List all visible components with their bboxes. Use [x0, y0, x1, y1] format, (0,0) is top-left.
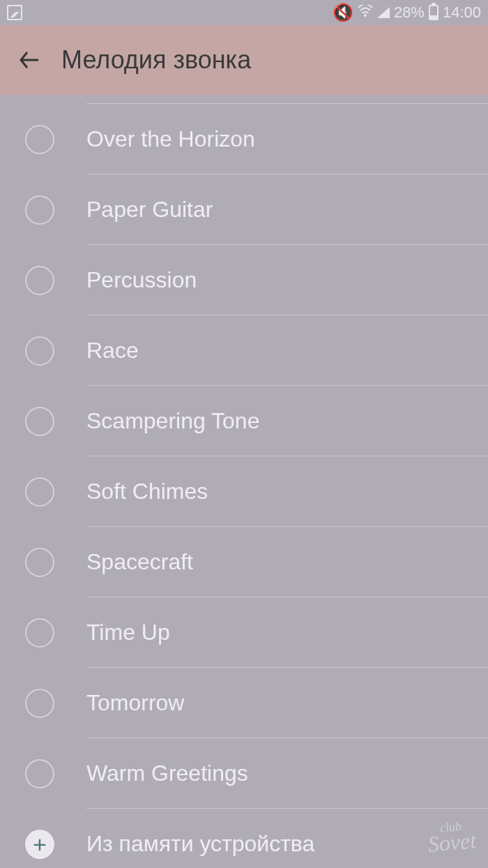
- ringtone-label: Race: [86, 338, 139, 364]
- add-from-device-item[interactable]: + Из памяти устройства: [0, 809, 488, 868]
- ringtone-label: Percussion: [86, 267, 197, 293]
- back-button[interactable]: [17, 47, 42, 73]
- ringtone-list: Over the Horizon Paper Guitar Percussion…: [0, 103, 488, 868]
- ringtone-item[interactable]: Over the Horizon: [0, 104, 488, 174]
- watermark-bottom: Sovet: [427, 828, 477, 857]
- ringtone-item[interactable]: Soft Chimes: [0, 456, 488, 527]
- ringtone-item[interactable]: Scampering Tone: [0, 386, 488, 456]
- status-right: 🔇 28% 14:00: [333, 3, 481, 22]
- radio-icon[interactable]: [25, 618, 54, 648]
- watermark: club Sovet: [426, 819, 477, 855]
- ringtone-label: Scampering Tone: [86, 408, 259, 434]
- add-from-device-label: Из памяти устройства: [86, 831, 314, 857]
- ringtone-item[interactable]: Paper Guitar: [0, 174, 488, 245]
- svg-point-0: [364, 14, 367, 17]
- radio-icon[interactable]: [25, 125, 54, 154]
- radio-icon[interactable]: [25, 759, 54, 788]
- mute-icon: 🔇: [333, 3, 353, 22]
- ringtone-label: Time Up: [86, 620, 170, 645]
- radio-icon[interactable]: [25, 689, 54, 718]
- ringtone-item[interactable]: Percussion: [0, 245, 488, 315]
- ringtone-label: Warm Greetings: [86, 761, 248, 786]
- ringtone-label: Tomorrow: [86, 690, 184, 716]
- battery-percent: 28%: [394, 3, 425, 22]
- radio-icon[interactable]: [25, 266, 54, 295]
- ringtone-item[interactable]: Warm Greetings: [0, 738, 488, 809]
- ringtone-item[interactable]: Spacecraft: [0, 527, 488, 597]
- status-left: [7, 5, 22, 20]
- signal-icon: [377, 7, 390, 18]
- plus-icon[interactable]: +: [25, 830, 54, 859]
- radio-icon[interactable]: [25, 336, 54, 366]
- picture-icon: [7, 5, 22, 20]
- ringtone-item[interactable]: Time Up: [0, 597, 488, 668]
- status-time: 14:00: [443, 3, 481, 22]
- wifi-icon: [358, 5, 373, 21]
- battery-icon: [429, 5, 439, 20]
- ringtone-label: Spacecraft: [86, 549, 193, 575]
- ringtone-label: Soft Chimes: [86, 479, 208, 504]
- ringtone-label: Paper Guitar: [86, 197, 213, 223]
- radio-icon[interactable]: [25, 477, 54, 507]
- app-header: Мелодия звонка: [0, 25, 488, 95]
- radio-icon[interactable]: [25, 407, 54, 436]
- radio-icon[interactable]: [25, 195, 54, 225]
- page-title: Мелодия звонка: [61, 45, 251, 75]
- status-bar: 🔇 28% 14:00: [0, 0, 488, 25]
- ringtone-item[interactable]: Tomorrow: [0, 668, 488, 738]
- radio-icon[interactable]: [25, 548, 54, 577]
- ringtone-label: Over the Horizon: [86, 126, 255, 152]
- ringtone-item[interactable]: Race: [0, 315, 488, 386]
